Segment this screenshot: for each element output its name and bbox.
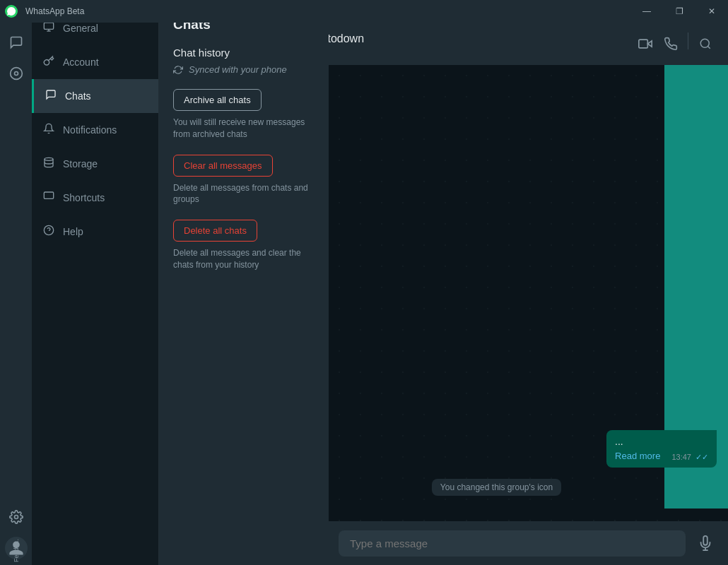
message-text: ...: [615, 436, 708, 447]
general-icon: [43, 21, 54, 35]
voice-message-button[interactable]: [694, 532, 717, 554]
app-title: WhatsApp Beta: [25, 6, 84, 16]
sync-label: Synced with your phone: [189, 64, 287, 75]
message-time: 13:47 ✓✓: [671, 453, 708, 462]
svg-point-14: [700, 39, 709, 47]
notifications-icon: [43, 123, 54, 137]
svg-marker-12: [647, 41, 652, 47]
chat-search-button[interactable]: [694, 32, 717, 55]
message-input[interactable]: [339, 530, 686, 557]
sync-status-row: Synced with your phone: [173, 64, 315, 75]
clear-all-messages-button[interactable]: Clear all messages: [173, 155, 273, 177]
chat-header-info: Uptodown You: [313, 32, 626, 55]
minimize-button[interactable]: —: [630, 0, 663, 23]
account-label: Account: [63, 56, 99, 68]
svg-point-3: [14, 516, 18, 519]
chat-contact-name: Uptodown: [313, 32, 626, 45]
settings-icon-btn[interactable]: [2, 503, 30, 531]
settings-nav: General Account Chats N: [32, 0, 159, 565]
chat-contact-status: You: [313, 45, 626, 55]
titlebar: WhatsApp Beta — ❐ ✕: [0, 0, 728, 23]
window-controls: — ❐ ✕: [630, 0, 728, 23]
settings-nav-help[interactable]: Help: [32, 215, 158, 249]
header-divider: [688, 32, 688, 49]
notifications-label: Notifications: [63, 124, 117, 136]
app-logo: [0, 0, 23, 23]
settings-nav-shortcuts[interactable]: Shortcuts: [32, 181, 158, 215]
svg-point-2: [14, 72, 18, 76]
chat-area: Uptodown You: [265, 23, 728, 565]
status-icon-btn[interactable]: [2, 59, 30, 88]
general-label: General: [63, 23, 98, 34]
settings-content: Chats Chat history Synced with your phon…: [159, 0, 329, 565]
svg-rect-13: [639, 40, 648, 48]
icon-sidebar: Feedb...: [0, 23, 32, 565]
chats-nav-label: Chats: [65, 90, 91, 102]
account-icon: [43, 55, 54, 69]
svg-point-23: [45, 157, 53, 160]
chats-icon-btn[interactable]: [2, 28, 30, 56]
shortcuts-icon: [43, 191, 54, 205]
archive-desc: You will still receive new messages from…: [173, 117, 315, 141]
settings-overlay: General Account Chats N: [32, 0, 329, 565]
settings-nav-account[interactable]: Account: [32, 45, 158, 79]
help-label: Help: [63, 226, 83, 237]
delete-all-chats-button[interactable]: Delete all chats: [173, 220, 257, 242]
storage-icon: [43, 157, 54, 171]
chat-footer: [265, 521, 728, 565]
close-button[interactable]: ✕: [695, 0, 728, 23]
maximize-button[interactable]: ❐: [663, 0, 695, 23]
sync-icon: [173, 65, 183, 75]
messages-area: ... Read more 13:47 ✓✓ You changed this …: [265, 65, 728, 521]
svg-rect-24: [44, 192, 53, 198]
chats-nav-icon: [45, 89, 57, 103]
system-message: You changed this group's icon: [432, 479, 561, 496]
voice-call-button[interactable]: [659, 32, 682, 55]
delete-desc: Delete all messages and clear the chats …: [173, 247, 315, 271]
read-more-link[interactable]: Read more: [615, 451, 660, 461]
chat-header-actions: [634, 32, 717, 55]
chat-header: Uptodown You: [265, 23, 728, 65]
feedback-label[interactable]: Feedb...: [13, 539, 20, 562]
archive-all-chats-button[interactable]: Archive all chats: [173, 89, 262, 111]
settings-section-title: Chat history: [173, 47, 315, 59]
svg-point-1: [10, 68, 22, 80]
video-call-button[interactable]: [634, 32, 657, 55]
storage-label: Storage: [63, 158, 98, 170]
clear-desc: Delete all messages from chats and group…: [173, 182, 315, 206]
settings-nav-chats[interactable]: Chats: [32, 79, 158, 113]
settings-nav-notifications[interactable]: Notifications: [32, 113, 158, 147]
help-icon: [43, 225, 54, 239]
message-bubble: ... Read more 13:47 ✓✓: [606, 430, 717, 468]
settings-nav-storage[interactable]: Storage: [32, 147, 158, 181]
shortcuts-label: Shortcuts: [63, 192, 105, 203]
svg-rect-20: [44, 23, 53, 29]
